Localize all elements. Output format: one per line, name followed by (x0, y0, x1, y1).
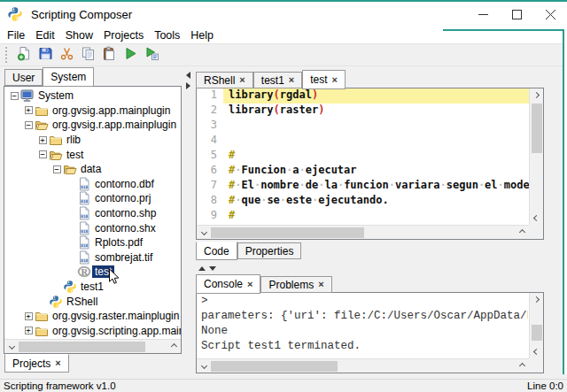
close-tab-icon[interactable]: × (289, 75, 294, 85)
code-line: 8#·que·se·este·ejecutando. (197, 194, 529, 209)
code-line-text: # (223, 149, 529, 164)
tab-label: Projects (12, 357, 50, 370)
scroll-track[interactable] (530, 306, 543, 345)
scroll-thumb[interactable] (19, 342, 145, 352)
tab-projects[interactable]: Projects× (4, 354, 69, 373)
console-output[interactable]: >parameters: {'uri': file:/C:/Users/Osca… (197, 295, 528, 358)
editor-horizontal-scrollbar[interactable] (197, 225, 529, 239)
console-vertical-scrollbar[interactable] (529, 293, 543, 358)
code-editor[interactable]: 1library(rgdal)2library(raster)345#6#·Fu… (196, 88, 544, 240)
tree-item[interactable]: +org.gvsig.raster.mainplugin (4, 309, 181, 324)
tree-item[interactable]: +org.gvsig.scripting.app.mainplugin (4, 324, 181, 339)
tree-item[interactable]: RShell (4, 294, 181, 309)
console-panel[interactable]: >parameters: {'uri': file:/C:/Users/Osca… (196, 292, 544, 373)
tree-item[interactable]: 010contorno.prj (4, 191, 181, 206)
tree-item[interactable]: 010Rplots.pdf (4, 235, 181, 250)
maximize-button[interactable] (500, 2, 533, 27)
new-script-button[interactable] (13, 45, 35, 65)
chevron-down-icon (533, 349, 540, 355)
run-button[interactable] (120, 45, 141, 65)
panel-splitter[interactable] (183, 70, 193, 102)
expand-toggle[interactable]: + (25, 327, 33, 334)
menu-show[interactable]: Show (60, 27, 98, 43)
tree-item[interactable]: 010contorno.dbf (4, 177, 181, 192)
console-horizontal-scrollbar[interactable] (197, 358, 529, 373)
tab-console[interactable]: Console× (196, 274, 260, 294)
tree-item[interactable]: Rtest (4, 265, 181, 280)
tab-label: Console (204, 278, 243, 290)
line-number: 9 (197, 209, 223, 224)
close-tab-icon[interactable]: × (318, 280, 323, 289)
tree-item[interactable]: 010contorno.shx (4, 220, 181, 235)
tree-item[interactable]: −org.gvsig.r.app.mainplugin (4, 118, 181, 133)
scroll-down-button[interactable] (530, 345, 544, 358)
tab-test1[interactable]: test1× (253, 72, 302, 88)
close-button[interactable] (533, 2, 567, 27)
tab-code[interactable]: Code (196, 242, 237, 260)
tree-item[interactable]: +rlib (4, 133, 181, 148)
copy-button[interactable] (77, 45, 98, 65)
tree-item[interactable]: 010contorno.shp (4, 206, 181, 221)
scroll-left-button[interactable] (197, 359, 211, 373)
paste-button[interactable] (98, 45, 120, 65)
tab-rshell[interactable]: RShell× (196, 72, 253, 88)
save-button[interactable] (35, 45, 56, 65)
scroll-thumb[interactable] (211, 227, 364, 238)
scroll-thumb[interactable] (211, 361, 338, 372)
scroll-right-button[interactable] (167, 340, 181, 353)
chevron-up-icon (533, 296, 540, 303)
expand-toggle[interactable]: − (53, 165, 61, 173)
project-tree[interactable]: −System+org.gvsig.app.mainplugin−org.gvs… (4, 86, 182, 354)
tab-problems[interactable]: Problems× (260, 276, 331, 293)
expand-slot: + (22, 312, 35, 320)
code-area[interactable]: 1library(rgdal)2library(raster)345#6#·Fu… (197, 88, 529, 225)
tab-test[interactable]: test× (302, 70, 346, 89)
expand-toggle[interactable]: + (25, 106, 33, 114)
collapse-left-icon[interactable] (186, 72, 190, 79)
menu-tools[interactable]: Tools (149, 27, 185, 43)
scroll-thumb[interactable] (532, 104, 542, 153)
computer-icon (20, 88, 35, 103)
scroll-down-button[interactable] (530, 211, 544, 225)
tree-item[interactable]: −test (4, 147, 181, 162)
scroll-thumb[interactable] (532, 325, 542, 341)
scroll-right-button[interactable] (515, 359, 529, 373)
menu-projects[interactable]: Projects (98, 27, 149, 43)
code-line: 2library(raster) (197, 104, 529, 119)
collapse-down-icon[interactable] (209, 266, 216, 271)
tree-item[interactable]: 010sombrejat.tif (4, 250, 181, 265)
editor-vertical-scrollbar[interactable] (529, 88, 543, 225)
tab-system[interactable]: System (43, 67, 94, 87)
menu-file[interactable]: File (2, 27, 30, 43)
close-tab-icon[interactable]: × (332, 75, 338, 85)
collapse-right-icon[interactable] (186, 82, 190, 89)
statusbar: Scripting framework v1.0 Line 0:0 (0, 379, 567, 392)
tree-item[interactable]: test1 (4, 280, 181, 295)
tree-item[interactable]: −data (4, 162, 181, 177)
cut-button[interactable] (56, 45, 77, 65)
expand-toggle[interactable]: + (39, 136, 47, 144)
menu-help[interactable]: Help (185, 27, 219, 43)
run-file-button[interactable] (141, 45, 162, 65)
close-tab-icon[interactable]: × (239, 75, 245, 85)
tree-item[interactable]: +org.gvsig.app.mainplugin (4, 104, 181, 119)
minimize-button[interactable] (466, 2, 500, 27)
tab-user[interactable]: User (4, 69, 43, 86)
expand-toggle[interactable]: + (25, 312, 33, 320)
tree-item[interactable]: −System (4, 88, 181, 104)
expand-toggle[interactable]: − (25, 121, 33, 129)
close-tab-icon[interactable]: × (247, 280, 252, 289)
scroll-right-button[interactable] (515, 226, 529, 239)
scroll-left-button[interactable] (4, 340, 19, 353)
console-splitter[interactable] (198, 266, 216, 271)
scroll-up-button[interactable] (530, 293, 544, 306)
collapse-up-icon[interactable] (198, 266, 206, 271)
scroll-up-button[interactable] (530, 88, 544, 102)
menu-edit[interactable]: Edit (30, 27, 60, 43)
close-tab-icon[interactable]: × (55, 358, 60, 368)
tree-horizontal-scrollbar[interactable] (4, 339, 181, 353)
expand-toggle[interactable]: − (39, 150, 47, 158)
tab-properties[interactable]: Properties (237, 242, 302, 259)
scroll-left-button[interactable] (197, 226, 211, 239)
expand-toggle[interactable]: − (11, 92, 19, 100)
